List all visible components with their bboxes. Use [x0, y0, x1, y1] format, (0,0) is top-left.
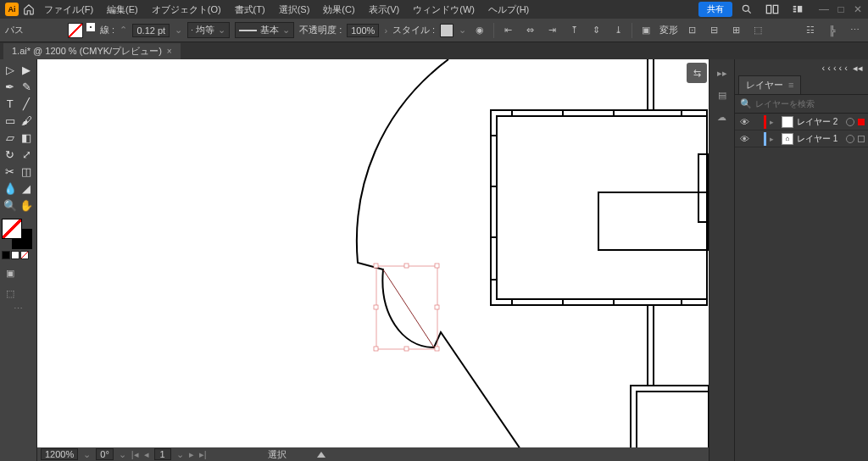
edit-icon[interactable]: ⬚ [749, 22, 766, 39]
minimize-icon[interactable]: — [819, 4, 829, 14]
svg-rect-12 [598, 192, 709, 250]
eyedropper-tool[interactable]: 💧 [2, 180, 19, 197]
crop-icon[interactable]: ⊟ [705, 22, 722, 39]
svg-rect-32 [374, 264, 378, 268]
artboard-nav[interactable]: 1 [154, 448, 171, 460]
arrange-icon[interactable] [764, 2, 781, 17]
menu-effect[interactable]: 効果(C) [318, 2, 359, 18]
rect-tool[interactable]: ▭ [2, 112, 19, 129]
zoom-level[interactable]: 1200% [41, 448, 78, 460]
tab-title: 1.ai* @ 1200 % (CMYK/プレビュー) [12, 45, 162, 58]
close-icon[interactable]: ✕ [853, 4, 863, 14]
layer-search-input[interactable] [755, 99, 863, 108]
libraries-panel-icon[interactable]: ☁ [714, 108, 731, 125]
visibility-icon[interactable]: 👁 [738, 117, 750, 127]
maximize-icon[interactable]: □ [836, 4, 846, 14]
shaper-tool[interactable]: ▱ [2, 129, 19, 146]
align-top-icon[interactable]: ⤒ [565, 22, 582, 39]
free-transform-tool[interactable]: ◫ [19, 163, 36, 180]
isolate-icon[interactable]: ⊡ [683, 22, 700, 39]
expand-icon[interactable]: ▸ [770, 118, 778, 126]
zoom-tool[interactable]: 🔍 [2, 197, 19, 214]
screen-mode[interactable]: ▣ [2, 266, 19, 280]
menu-file[interactable]: ファイル(F) [39, 2, 98, 18]
gradient-tool[interactable]: ◢ [19, 180, 36, 197]
fill-swatch[interactable] [68, 23, 83, 38]
stroke-swatch[interactable] [86, 23, 95, 31]
pen-tool[interactable]: ✒ [2, 78, 19, 95]
artboard[interactable] [37, 59, 709, 447]
home-icon[interactable] [22, 3, 36, 16]
opacity-value[interactable]: 100% [347, 24, 379, 37]
menu-select[interactable]: 選択(S) [274, 2, 315, 18]
fill-color[interactable] [2, 219, 22, 239]
layer-name[interactable]: レイヤー 2 [797, 116, 843, 128]
selection-tool[interactable]: ▷ [2, 61, 19, 78]
workspace-icon[interactable] [789, 2, 806, 17]
layer-row[interactable]: 👁 ▸ レイヤー 2 [735, 114, 868, 131]
recolor-icon[interactable]: ◉ [471, 22, 488, 39]
select-indicator[interactable] [858, 136, 865, 142]
scale-tool[interactable]: ⤢ [19, 146, 36, 163]
shape-mode-icon[interactable]: ▣ [637, 22, 654, 39]
color-mode-none[interactable] [20, 251, 29, 259]
line-tool[interactable]: ╱ [19, 95, 36, 112]
menu-window[interactable]: ウィンドウ(W) [408, 2, 480, 18]
svg-rect-38 [404, 347, 409, 351]
menu-format[interactable]: 書式(T) [230, 2, 270, 18]
stroke-weight[interactable]: 0.12 pt [132, 24, 170, 37]
svg-rect-39 [435, 347, 439, 351]
menu-view[interactable]: 表示(V) [364, 2, 405, 18]
panel-expand-handle[interactable]: ⇆ [687, 63, 707, 83]
curvature-tool[interactable]: ✎ [19, 78, 36, 95]
color-mode-solid[interactable] [2, 251, 10, 259]
menu-help[interactable]: ヘルプ(H) [483, 2, 534, 18]
prefs-icon[interactable]: ╠ [824, 22, 841, 39]
direct-select-tool[interactable]: ▶ [19, 61, 36, 78]
layer-row[interactable]: 👁 ▸ ⌂ レイヤー 1 [735, 131, 868, 147]
target-icon[interactable] [846, 135, 854, 143]
menu-object[interactable]: オブジェクト(O) [147, 2, 226, 18]
target-icon[interactable] [846, 118, 854, 126]
style-swatch[interactable] [440, 24, 453, 37]
menu-edit[interactable]: 編集(E) [102, 2, 143, 18]
properties-panel-icon[interactable]: ▤ [714, 86, 731, 103]
brush-tool[interactable]: 🖌 [19, 112, 36, 129]
svg-rect-35 [374, 305, 378, 309]
align-hcenter-icon[interactable]: ⇔ [521, 22, 538, 39]
type-tool[interactable]: T [2, 95, 19, 112]
strip-close-icon[interactable]: ◂◂ [853, 63, 863, 74]
eraser-tool[interactable]: ◧ [19, 129, 36, 146]
dock-expand-icon[interactable]: ▸▸ [714, 64, 731, 81]
select-indicator[interactable] [858, 119, 865, 125]
share-button[interactable]: 共有 [698, 2, 732, 17]
align-vcenter-icon[interactable]: ⇕ [587, 22, 604, 39]
edit-toolbar[interactable]: ⬚ [2, 286, 19, 300]
width-tool[interactable]: ✂ [2, 163, 19, 180]
fill-stroke-box[interactable] [2, 219, 32, 249]
align-left-icon[interactable]: ⇤ [499, 22, 516, 39]
layer-name[interactable]: レイヤー 1 [797, 133, 843, 145]
stroke-profile[interactable]: 均等⌄ [187, 22, 230, 38]
visibility-icon[interactable]: 👁 [738, 134, 750, 144]
transform-label[interactable]: 変形 [659, 24, 678, 36]
panel-menu-icon[interactable]: ≡ [788, 80, 793, 90]
rotate-tool[interactable]: ↻ [2, 146, 19, 163]
arrange-artboard-icon[interactable]: ⊞ [727, 22, 744, 39]
fill-stroke-swatches[interactable] [68, 23, 95, 38]
document-tab[interactable]: 1.ai* @ 1200 % (CMYK/プレビュー) × [3, 43, 181, 59]
tab-close-icon[interactable]: × [167, 47, 172, 56]
strip-collapse-icon[interactable]: ‹ ‹ ‹ ‹ ‹ [821, 63, 848, 73]
tool-overflow[interactable]: ⋯ [2, 303, 35, 314]
essentials-icon[interactable]: ☷ [802, 22, 819, 39]
search-icon[interactable] [738, 2, 755, 17]
rotation[interactable]: 0° [96, 448, 114, 460]
align-right-icon[interactable]: ⇥ [543, 22, 560, 39]
color-mode-gradient[interactable] [11, 251, 19, 259]
menu-icon[interactable]: ⋯ [846, 22, 863, 39]
expand-icon[interactable]: ▸ [770, 135, 778, 143]
layers-tab[interactable]: レイヤー≡ [738, 75, 801, 94]
brush-definition[interactable]: 基本⌄ [235, 22, 294, 38]
align-bottom-icon[interactable]: ⤓ [609, 22, 626, 39]
hand-tool[interactable]: ✋ [19, 197, 36, 214]
